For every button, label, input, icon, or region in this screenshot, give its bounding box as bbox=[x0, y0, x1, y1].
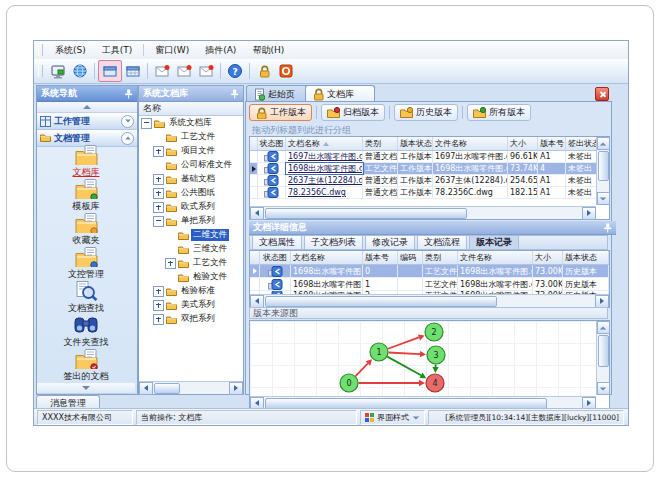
scroll-thumb[interactable] bbox=[265, 296, 497, 307]
folder-window-button[interactable] bbox=[98, 60, 122, 82]
monitor-button[interactable] bbox=[47, 61, 69, 81]
tree-node[interactable]: 公共图纸 bbox=[139, 186, 243, 200]
menu-system[interactable]: 系统(S) bbox=[47, 42, 94, 59]
tree-node[interactable]: 项目文件 bbox=[139, 144, 243, 158]
table-row-selected[interactable]: 1698出水嘴零件图.dwg 0 工艺文件 1698出水嘴零件图.dwg 73.… bbox=[250, 265, 609, 278]
lock-button[interactable] bbox=[253, 61, 275, 81]
grid-window-button[interactable] bbox=[122, 61, 144, 81]
globe-button[interactable] bbox=[69, 61, 91, 81]
scroll-thumb[interactable] bbox=[598, 335, 609, 367]
chevron-down-icon[interactable] bbox=[121, 115, 134, 128]
tree-node[interactable]: 检验标准 bbox=[139, 284, 243, 298]
expander-icon[interactable] bbox=[153, 300, 164, 311]
tree-node[interactable]: 单把系列 bbox=[139, 214, 243, 228]
expander-icon[interactable] bbox=[153, 174, 164, 185]
all-versions-button[interactable]: 所有版本 bbox=[467, 104, 531, 121]
expander-icon[interactable] bbox=[165, 258, 176, 269]
tree-horizontal-scrollbar[interactable] bbox=[139, 381, 243, 394]
help-button[interactable] bbox=[224, 61, 246, 81]
scroll-left-button[interactable] bbox=[139, 382, 153, 395]
tab-subdoc-list[interactable]: 子文档列表 bbox=[304, 235, 363, 249]
expander-icon[interactable] bbox=[153, 188, 164, 199]
tab-doc-properties[interactable]: 文档属性 bbox=[252, 235, 302, 249]
expander-icon[interactable] bbox=[153, 216, 164, 227]
tree-node[interactable]: 双把系列 bbox=[139, 312, 243, 326]
sidebar-group-work[interactable]: 工作管理 bbox=[37, 113, 137, 130]
scroll-right-button[interactable] bbox=[229, 382, 243, 395]
column-header[interactable]: 类别 bbox=[363, 137, 398, 150]
table-row-selected[interactable]: 1698出水嘴零件图.dwg 工艺文件 工作版本 1698出水嘴零件图.dwg … bbox=[250, 163, 609, 175]
column-header[interactable]: 文件名称 bbox=[458, 251, 533, 264]
sidebar-item-checked-out-docs[interactable]: 签出的文档 bbox=[37, 349, 135, 383]
column-header[interactable]: 版本号 bbox=[538, 137, 566, 150]
sidebar-item-folder-search[interactable]: 文件夹查找 bbox=[37, 315, 135, 349]
scroll-thumb[interactable] bbox=[265, 398, 547, 409]
scroll-down-button[interactable] bbox=[597, 382, 610, 395]
mail-button-2[interactable] bbox=[173, 61, 195, 81]
menu-window[interactable]: 窗口(W) bbox=[147, 42, 197, 59]
scroll-down-button[interactable] bbox=[597, 192, 610, 205]
pin-icon[interactable] bbox=[124, 89, 133, 99]
tree-node[interactable]: 美式系列 bbox=[139, 298, 243, 312]
history-version-button[interactable]: 历史版本 bbox=[394, 104, 458, 121]
column-header[interactable]: 状态图 bbox=[258, 137, 286, 150]
tree-column-header[interactable]: 名称 bbox=[139, 102, 243, 116]
scroll-thumb[interactable] bbox=[265, 208, 467, 219]
menu-tools[interactable]: 工具(T) bbox=[94, 42, 141, 59]
close-icon[interactable] bbox=[595, 87, 609, 101]
sidebar-scroll-up[interactable] bbox=[37, 102, 137, 113]
sidebar-item-favorites[interactable]: 收藏夹 bbox=[37, 213, 135, 247]
table-row[interactable]: 1697出水嘴零件图.dwg 普通文档 工作版本 1697出水嘴零件图.dwg … bbox=[250, 151, 609, 163]
expander-icon[interactable] bbox=[153, 146, 164, 157]
tree-node[interactable]: 基础文档 bbox=[139, 172, 243, 186]
menu-plugins[interactable]: 插件(A) bbox=[197, 42, 244, 59]
column-header[interactable]: 编码 bbox=[398, 251, 423, 264]
table-row[interactable]: 2637主体(12284).dwg 普通文档 工作版本 2637主体(12284… bbox=[250, 175, 609, 187]
grid-horizontal-scrollbar[interactable] bbox=[250, 206, 596, 219]
tab-version-records[interactable]: 版本记录 bbox=[469, 235, 519, 249]
working-version-button[interactable]: 工作版本 bbox=[249, 104, 312, 121]
sidebar-item-template-library[interactable]: 模板库 bbox=[37, 179, 135, 213]
table-row[interactable]: 78.2356C.dwg 普通文档 工作版本 78.2356C.dwg 182.… bbox=[250, 187, 609, 199]
scroll-up-button[interactable] bbox=[597, 321, 610, 334]
column-header[interactable]: 版本状态 bbox=[398, 137, 433, 150]
scroll-left-button[interactable] bbox=[250, 207, 264, 220]
grid-vertical-scrollbar[interactable] bbox=[596, 137, 609, 205]
column-header[interactable]: 大小 bbox=[508, 137, 538, 150]
sidebar-item-document-library[interactable]: 文档库 bbox=[37, 145, 135, 179]
column-header[interactable]: 版本号 bbox=[363, 251, 398, 264]
scroll-right-button[interactable] bbox=[582, 207, 596, 220]
scroll-right-button[interactable] bbox=[595, 295, 609, 308]
tree-node[interactable]: 检验文件 bbox=[139, 270, 243, 284]
column-header[interactable]: 大小 bbox=[533, 251, 563, 264]
scroll-thumb[interactable] bbox=[154, 383, 180, 394]
version-source-graph[interactable]: 01234 bbox=[250, 321, 596, 396]
column-header[interactable]: 版本状态 bbox=[563, 251, 609, 264]
scroll-thumb[interactable] bbox=[598, 151, 609, 181]
tree-node[interactable]: 工艺文件 bbox=[139, 256, 243, 270]
tab-modification-records[interactable]: 修改记录 bbox=[365, 235, 415, 249]
tree-node[interactable]: 三维文件 bbox=[139, 242, 243, 256]
mail-button-1[interactable] bbox=[151, 61, 173, 81]
expander-icon[interactable] bbox=[153, 202, 164, 213]
interface-style-selector[interactable]: 界面样式 bbox=[360, 410, 425, 425]
column-header[interactable]: 文档名称 bbox=[291, 251, 363, 264]
archived-version-button[interactable]: 归档版本 bbox=[321, 104, 385, 121]
column-header[interactable]: 状态图 bbox=[260, 251, 291, 264]
sidebar-item-doc-control[interactable]: 文控管理 bbox=[37, 247, 135, 281]
tab-document-library[interactable]: 文档库 bbox=[305, 85, 375, 102]
chevron-up-icon[interactable] bbox=[121, 132, 134, 145]
grid-horizontal-scrollbar[interactable] bbox=[250, 294, 609, 307]
column-header[interactable]: 文件名称 bbox=[433, 137, 508, 150]
power-button[interactable] bbox=[275, 61, 297, 81]
scroll-up-button[interactable] bbox=[597, 137, 610, 150]
tree-node-selected[interactable]: 二维文件 bbox=[139, 228, 243, 242]
pin-icon[interactable] bbox=[230, 89, 239, 99]
pin-icon[interactable] bbox=[603, 223, 612, 233]
expander-icon[interactable] bbox=[153, 286, 164, 297]
tree-node[interactable]: 欧式系列 bbox=[139, 200, 243, 214]
column-header[interactable]: 类别 bbox=[423, 251, 458, 264]
tab-doc-flow[interactable]: 文档流程 bbox=[417, 235, 467, 249]
sidebar-scroll-down[interactable] bbox=[37, 383, 135, 394]
tree-node[interactable]: 工艺文件 bbox=[139, 130, 243, 144]
